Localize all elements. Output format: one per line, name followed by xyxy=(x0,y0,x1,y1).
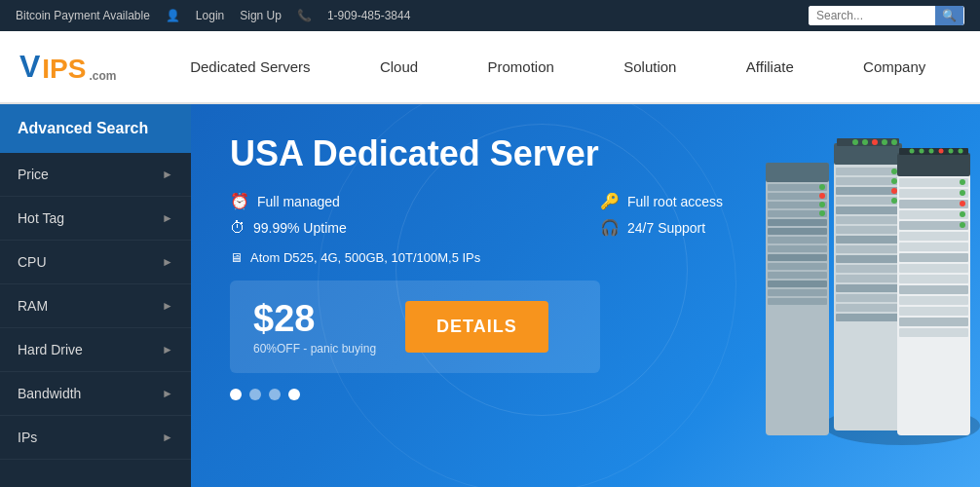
hero-price-sub: 60%OFF - panic buying xyxy=(253,342,376,356)
clock-icon: ⏰ xyxy=(230,192,249,210)
svg-rect-69 xyxy=(899,296,968,305)
spec-text: Atom D525, 4G, 500GB, 10T/100M,5 IPs xyxy=(250,250,480,265)
sidebar-item-hard-drive[interactable]: Hard Drive ► xyxy=(0,328,191,372)
feature-support: 🎧 24/7 Support xyxy=(600,218,941,237)
logo-ips: IPS xyxy=(42,54,86,85)
chevron-right-icon: ► xyxy=(162,299,173,313)
nav-links: Dedicated Servers Cloud Promotion Soluti… xyxy=(156,58,961,75)
chevron-right-icon: ► xyxy=(162,343,173,356)
svg-point-75 xyxy=(960,201,965,206)
logo[interactable]: VIPS.com xyxy=(19,49,117,85)
sidebar-label-bandwidth: Bandwidth xyxy=(18,386,81,401)
nav-bar: VIPS.com Dedicated Servers Cloud Promoti… xyxy=(0,31,980,104)
nav-promotion[interactable]: Promotion xyxy=(478,58,564,75)
sidebar-label-hot-tag: Hot Tag xyxy=(18,210,64,226)
svg-point-56 xyxy=(949,149,954,154)
svg-rect-67 xyxy=(899,275,968,283)
search-input[interactable] xyxy=(809,6,935,25)
nav-cloud[interactable]: Cloud xyxy=(370,58,428,75)
sidebar-item-ram[interactable]: RAM ► xyxy=(0,284,191,328)
search-wrap: 🔍 xyxy=(809,6,964,25)
sidebar: Advanced Search Price ► Hot Tag ► CPU ► … xyxy=(0,104,191,487)
feature-full-root: 🔑 Full root access xyxy=(600,192,941,210)
nav-dedicated-servers[interactable]: Dedicated Servers xyxy=(180,58,320,75)
feature-text-support: 24/7 Support xyxy=(627,220,705,236)
feature-text-managed: Full managed xyxy=(257,194,340,209)
user-icon: 👤 xyxy=(166,9,180,22)
svg-rect-71 xyxy=(899,318,968,326)
sidebar-item-price[interactable]: Price ► xyxy=(0,153,191,197)
svg-rect-39 xyxy=(836,265,900,273)
details-button[interactable]: DETAILS xyxy=(405,301,548,353)
uptime-icon: ⏱ xyxy=(230,219,245,237)
sidebar-label-hard-drive: Hard Drive xyxy=(18,342,83,357)
login-link[interactable]: Login xyxy=(196,9,224,22)
svg-rect-44 xyxy=(836,314,900,321)
phone-icon: 📞 xyxy=(297,9,312,22)
dot-2[interactable] xyxy=(249,389,261,400)
feature-text-uptime: 99.99% Uptime xyxy=(253,220,347,236)
support-icon: 🎧 xyxy=(600,218,620,237)
feature-text-root: Full root access xyxy=(627,194,723,209)
phone-number: 1-909-485-3844 xyxy=(327,9,410,22)
svg-point-46 xyxy=(891,178,897,184)
svg-point-77 xyxy=(960,222,965,228)
sidebar-title: Advanced Search xyxy=(0,104,191,153)
hero-price: $28 xyxy=(253,298,376,340)
bitcoin-notice: Bitcoin Payment Available xyxy=(16,9,150,22)
chevron-right-icon: ► xyxy=(162,168,173,181)
sidebar-label-cpu: CPU xyxy=(18,254,47,270)
dot-1[interactable] xyxy=(230,389,242,400)
sidebar-label-price: Price xyxy=(18,167,49,182)
svg-point-57 xyxy=(959,149,963,154)
nav-company[interactable]: Company xyxy=(853,58,935,75)
hero-spec: 🖥 Atom D525, 4G, 500GB, 10T/100M,5 IPs xyxy=(230,250,941,265)
chevron-right-icon: ► xyxy=(162,211,173,225)
svg-rect-70 xyxy=(899,307,968,316)
top-bar: Bitcoin Payment Available 👤 Login Sign U… xyxy=(0,0,980,31)
svg-rect-13 xyxy=(768,272,827,279)
hero-title: USA Dedicated Server xyxy=(230,133,941,174)
svg-rect-3 xyxy=(768,184,827,191)
feature-full-managed: ⏰ Full managed xyxy=(230,192,571,210)
svg-rect-42 xyxy=(836,294,900,302)
svg-rect-40 xyxy=(836,275,900,282)
hero-section: USA Dedicated Server ⏰ Full managed 🔑 Fu… xyxy=(191,104,980,487)
sidebar-item-ips[interactable]: IPs ► xyxy=(0,416,191,460)
logo-dot: .com xyxy=(89,69,116,83)
svg-point-17 xyxy=(819,184,825,190)
chevron-right-icon: ► xyxy=(162,387,173,400)
sidebar-label-ips: IPs xyxy=(18,430,37,445)
search-button[interactable]: 🔍 xyxy=(935,6,963,25)
svg-rect-58 xyxy=(899,178,968,187)
main-content: Advanced Search Price ► Hot Tag ► CPU ► … xyxy=(0,104,980,487)
lock-icon: 🔑 xyxy=(600,192,620,210)
svg-rect-41 xyxy=(836,284,900,292)
svg-rect-43 xyxy=(836,304,900,312)
sidebar-item-hot-tag[interactable]: Hot Tag ► xyxy=(0,197,191,241)
svg-rect-30 xyxy=(836,177,900,185)
dot-4[interactable] xyxy=(288,389,300,400)
price-block: $28 60%OFF - panic buying xyxy=(253,298,376,356)
logo-v: V xyxy=(19,49,40,85)
nav-affiliate[interactable]: Affiliate xyxy=(736,58,804,75)
svg-rect-66 xyxy=(899,264,968,273)
svg-point-76 xyxy=(960,211,965,217)
server-spec-icon: 🖥 xyxy=(230,250,243,265)
dot-3[interactable] xyxy=(269,389,281,400)
hero-cta-box: $28 60%OFF - panic buying DETAILS xyxy=(230,281,600,373)
chevron-right-icon: ► xyxy=(162,431,173,444)
svg-rect-72 xyxy=(899,328,968,337)
sidebar-item-bandwidth[interactable]: Bandwidth ► xyxy=(0,372,191,416)
svg-rect-68 xyxy=(899,285,968,294)
sidebar-item-cpu[interactable]: CPU ► xyxy=(0,241,191,284)
chevron-right-icon: ► xyxy=(162,255,173,269)
svg-rect-9 xyxy=(768,237,827,244)
svg-point-73 xyxy=(960,179,965,185)
hero-features: ⏰ Full managed 🔑 Full root access ⏱ 99.9… xyxy=(230,192,941,237)
nav-solution[interactable]: Solution xyxy=(614,58,686,75)
svg-rect-14 xyxy=(768,281,827,287)
feature-uptime: ⏱ 99.99% Uptime xyxy=(230,218,571,237)
svg-point-74 xyxy=(960,190,965,196)
signup-link[interactable]: Sign Up xyxy=(240,9,282,22)
